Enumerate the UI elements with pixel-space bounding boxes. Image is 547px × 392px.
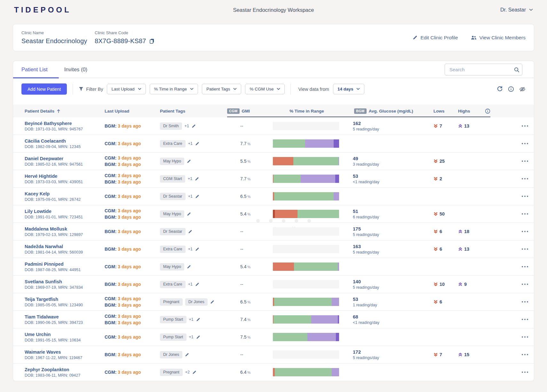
upload-ago: 3 days ago: [118, 302, 141, 308]
row-actions-button[interactable]: [520, 140, 530, 147]
column-header-last-upload[interactable]: Last Upload: [105, 109, 160, 114]
view-clinic-members-link[interactable]: View Clinic Members: [471, 35, 526, 41]
gmi-cell: 7.5%: [227, 334, 273, 340]
row-actions-button[interactable]: [520, 176, 530, 182]
tir-segment-high: [338, 263, 339, 271]
gmi-value: --: [240, 229, 243, 234]
time-in-range-cell: [273, 368, 353, 376]
column-header-highs[interactable]: Highs: [458, 109, 484, 114]
tidepool-logo[interactable]: TIDEPOOL: [14, 5, 71, 14]
patient-name-link[interactable]: Daniel Deepwater: [25, 156, 105, 161]
upload-type: BGM:: [105, 229, 116, 234]
patient-name-link[interactable]: Beyincé Bathysphere: [25, 121, 105, 126]
tir-segment-veryHigh: [334, 139, 339, 148]
patient-name-link[interactable]: Kacey Kelp: [25, 191, 105, 196]
upload-ago: 3 days ago: [118, 208, 141, 213]
edit-tags-icon[interactable]: [185, 353, 189, 357]
patient-name-link[interactable]: Waimarie Waves: [25, 349, 105, 355]
row-actions-button[interactable]: [520, 211, 530, 217]
edit-tags-icon[interactable]: [192, 124, 196, 128]
row-actions-button[interactable]: [520, 123, 530, 129]
edit-tags-icon[interactable]: [192, 370, 196, 374]
edit-tags-icon[interactable]: [196, 335, 200, 339]
patient-name-link[interactable]: Tiam Tidalwave: [25, 314, 105, 319]
row-actions-button[interactable]: [520, 369, 530, 376]
gmi-cell: 7.4%: [227, 317, 273, 322]
patient-details-cell: Zephyr Zooplankton DOB: 1983-06-11, MRN:…: [25, 367, 105, 378]
patient-name-link[interactable]: Nadežda Narwhal: [25, 244, 105, 249]
row-actions-button[interactable]: [520, 316, 530, 323]
column-header-patient-details[interactable]: Patient Details: [25, 109, 105, 114]
patient-name-link[interactable]: Maddalena Mollusk: [25, 226, 105, 231]
copy-icon[interactable]: [149, 38, 155, 44]
add-new-patient-button[interactable]: Add New Patient: [21, 83, 67, 95]
filter-dropdown-patient-tags[interactable]: Patient Tags: [202, 84, 241, 94]
edit-clinic-profile-link[interactable]: Edit Clinic Profile: [413, 35, 458, 41]
patient-name-link[interactable]: Zephyr Zooplankton: [25, 367, 105, 372]
last-upload-cell: CGM: 3 days ago: [105, 334, 160, 340]
avg-glucose-cell: 516 readings/day: [353, 208, 433, 219]
row-actions-button[interactable]: [520, 263, 530, 270]
row-actions-button[interactable]: [520, 299, 530, 305]
time-in-range-cell: [273, 210, 353, 218]
row-actions-button[interactable]: [520, 334, 530, 341]
search-input[interactable]: [449, 67, 514, 73]
edit-tags-icon[interactable]: [188, 230, 192, 234]
edit-tags-icon[interactable]: [195, 177, 199, 181]
row-actions-button[interactable]: [520, 228, 530, 235]
time-in-range-bar: [273, 280, 339, 288]
filter-dropdown-cgm-use[interactable]: % CGM Use: [245, 84, 285, 94]
date-range-dropdown[interactable]: 14 days: [333, 84, 365, 94]
filter-dropdown-last-upload[interactable]: Last Upload: [107, 84, 146, 94]
edit-tags-icon[interactable]: [187, 265, 191, 269]
column-header-patient-tags[interactable]: Patient Tags: [160, 109, 227, 114]
edit-tags-icon[interactable]: [187, 159, 191, 163]
upload-ago: 3 days ago: [118, 155, 141, 161]
user-menu-label: Dr. Seastar: [500, 7, 526, 13]
row-actions-button[interactable]: [520, 246, 530, 253]
patient-tags-cell: May Hypo: [160, 210, 227, 218]
patient-name-link[interactable]: Cäcilia Coelacanth: [25, 138, 105, 144]
tab-patient-list[interactable]: Patient List: [21, 67, 48, 73]
patient-details-cell: Padmini Pinniped DOB: 1987-08-25, MRN: 4…: [25, 262, 105, 272]
patient-name-link[interactable]: Padmini Pinniped: [25, 262, 105, 267]
lows-value: 50: [440, 211, 445, 216]
row-actions-button[interactable]: [520, 351, 530, 358]
row-actions-button[interactable]: [520, 193, 530, 200]
refresh-icon[interactable]: [497, 86, 503, 92]
patient-name-link[interactable]: Lily Lowtide: [25, 209, 105, 214]
patient-tag: May Hypo: [160, 263, 184, 270]
filter-dropdown-time-in-range[interactable]: % Time in Range: [150, 84, 198, 94]
search-box[interactable]: [445, 64, 522, 75]
edit-tags-icon[interactable]: [187, 212, 191, 216]
row-actions-button[interactable]: [520, 158, 530, 165]
last-upload-cell: CGM: 3 days agoBGM: 3 days ago: [105, 172, 160, 185]
column-header-time-in-range[interactable]: % Time in Range: [273, 109, 353, 114]
column-header-gmi[interactable]: CGM GMI: [227, 108, 273, 114]
upload-type: CGM:: [105, 370, 116, 375]
edit-tags-icon[interactable]: [195, 247, 199, 251]
info-icon[interactable]: [508, 86, 514, 92]
edit-tags-icon[interactable]: [195, 142, 199, 146]
gmi-unit: %: [247, 160, 250, 163]
eye-off-icon[interactable]: [519, 86, 526, 92]
people-icon: [471, 35, 477, 40]
tab-invites[interactable]: Invites (0): [64, 67, 87, 73]
patient-name-link[interactable]: Teija Targetfish: [25, 297, 105, 302]
user-menu[interactable]: Dr. Seastar: [500, 7, 533, 13]
column-header-avg-glucose[interactable]: BGM Avg. Glucose (mg/dL): [353, 108, 433, 114]
patient-name-link[interactable]: Hervé Hightide: [25, 174, 105, 179]
readings-per-day: 6 readings/day: [353, 215, 433, 219]
patient-name-link[interactable]: Ume Urchin: [25, 332, 105, 337]
edit-tags-icon[interactable]: [196, 318, 200, 322]
edit-tags-icon[interactable]: [210, 300, 214, 304]
readings-per-day: 1 reading/day: [353, 303, 433, 307]
tir-segment-target: [273, 333, 307, 341]
patient-name-link[interactable]: Svetlana Sunfish: [25, 279, 105, 284]
table-row: Lily Lowtide DOB: 1991-01-01, MRN: 72345…: [13, 205, 534, 223]
row-actions-button[interactable]: [520, 281, 530, 288]
info-icon[interactable]: [485, 108, 490, 114]
column-header-lows[interactable]: Lows: [433, 109, 458, 114]
edit-tags-icon[interactable]: [195, 194, 199, 199]
edit-tags-icon[interactable]: [195, 282, 199, 286]
